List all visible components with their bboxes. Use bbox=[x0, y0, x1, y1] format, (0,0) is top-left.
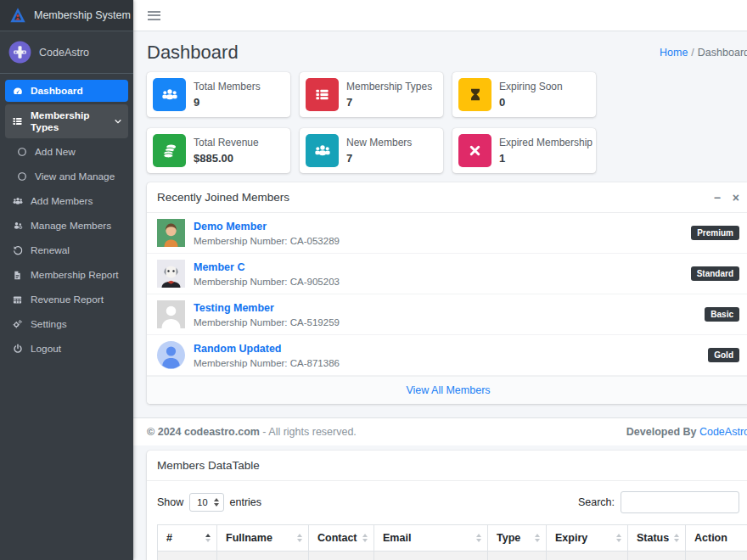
sidebar-item-settings[interactable]: Settings bbox=[5, 313, 128, 335]
cell-expiry: 2025-02-05 365 days remaining bbox=[547, 552, 628, 560]
member-list-item: Testing Member Membership Number: CA-519… bbox=[147, 294, 747, 335]
users-icon bbox=[153, 78, 186, 111]
column-header-expiry[interactable]: Expiry bbox=[547, 525, 628, 552]
recent-members-title: Recently Joined Members bbox=[157, 191, 289, 204]
sidebar-item-dashboard[interactable]: Dashboard bbox=[5, 80, 128, 102]
list-icon bbox=[306, 78, 339, 111]
member-name-link[interactable]: Demo Member bbox=[194, 221, 267, 232]
member-name-link[interactable]: Random Updated bbox=[194, 343, 281, 355]
column-header-action[interactable]: Action bbox=[686, 525, 747, 552]
table-row: CA-053289 Demo Member 7777777770 member@… bbox=[158, 552, 747, 560]
search-input[interactable] bbox=[621, 491, 739, 513]
sort-icon bbox=[362, 534, 368, 542]
sidebar-item-label: Add Members bbox=[31, 195, 93, 207]
sort-icon bbox=[616, 534, 621, 542]
topbar bbox=[133, 0, 747, 31]
developed-by-text: Developed By CodeAstro bbox=[626, 426, 747, 438]
sort-icon bbox=[674, 534, 679, 542]
member-list-item: Demo Member Membership Number: CA-053289… bbox=[147, 213, 747, 254]
sidebar-item-membership-types[interactable]: Membership Types bbox=[5, 104, 128, 138]
copyright-text: © 2024 codeastro.com - All rights reserv… bbox=[147, 426, 357, 438]
users-icon bbox=[11, 196, 24, 207]
sidebar-item-logout[interactable]: Logout bbox=[5, 338, 128, 360]
circle-icon bbox=[15, 171, 28, 182]
stat-label: Expiring Soon bbox=[499, 81, 563, 92]
table-icon bbox=[11, 294, 24, 305]
sort-icon bbox=[476, 534, 481, 542]
show-label: Show bbox=[157, 496, 183, 508]
stat-value: $885.00 bbox=[194, 152, 259, 165]
breadcrumb-current: Dashboard bbox=[698, 47, 747, 59]
column-header-status[interactable]: Status bbox=[628, 525, 686, 552]
hamburger-icon[interactable] bbox=[148, 11, 160, 20]
cell-fullname: Demo Member bbox=[217, 552, 309, 560]
recent-members-card: Recently Joined Members − × Demo Member … bbox=[147, 182, 747, 404]
sidebar-item-label: Manage Members bbox=[31, 220, 111, 232]
page-size-select[interactable]: 10 bbox=[189, 493, 223, 512]
breadcrumb-home-link[interactable]: Home bbox=[660, 47, 688, 59]
member-type-badge: Premium bbox=[691, 226, 739, 240]
members-datatable-card: Members DataTable Show 10 entries Search… bbox=[147, 451, 747, 560]
page-title: Dashboard bbox=[147, 42, 239, 64]
sidebar-item-add-new[interactable]: Add New bbox=[5, 141, 128, 163]
stat-value: 9 bbox=[194, 96, 261, 109]
minimize-icon[interactable]: − bbox=[714, 192, 721, 204]
sidebar-item-label: Add New bbox=[35, 146, 76, 158]
tachometer-icon bbox=[11, 86, 24, 97]
list-icon bbox=[11, 116, 24, 127]
entries-label: entries bbox=[230, 496, 262, 508]
stat-value: 7 bbox=[346, 152, 412, 165]
column-header-contact[interactable]: Contact bbox=[309, 525, 374, 552]
avatar bbox=[157, 219, 185, 247]
stat-label: New Members bbox=[346, 137, 412, 148]
page-length-control: Show 10 entries bbox=[157, 493, 261, 512]
user-panel[interactable]: CodeAstro bbox=[0, 31, 133, 74]
column-header-type[interactable]: Type bbox=[488, 525, 547, 552]
dpad-avatar-icon bbox=[8, 41, 31, 64]
member-name-link[interactable]: Member C bbox=[194, 261, 244, 273]
sidebar-item-revenue-report[interactable]: Revenue Report bbox=[5, 288, 128, 311]
avatar bbox=[157, 341, 185, 369]
column-header-email[interactable]: Email bbox=[374, 525, 488, 552]
x-mark-icon bbox=[458, 134, 491, 167]
member-type-badge: Gold bbox=[708, 348, 739, 362]
brand-link[interactable]: Membership System bbox=[0, 0, 133, 31]
column-header-fullname[interactable]: Fullname bbox=[217, 525, 309, 552]
datatable-title: Members DataTable bbox=[157, 459, 260, 472]
sidebar-nav: Dashboard Membership Types Add New View … bbox=[0, 74, 133, 368]
user-name: CodeAstro bbox=[39, 47, 89, 59]
view-all-members-link[interactable]: View All Members bbox=[406, 384, 490, 396]
sidebar-item-renewal[interactable]: Renewal bbox=[5, 239, 128, 261]
stat-label: Expired Membership bbox=[499, 137, 593, 148]
sidebar-item-membership-report[interactable]: Membership Report bbox=[5, 264, 128, 286]
close-icon[interactable]: × bbox=[733, 192, 739, 204]
search-control: Search: bbox=[578, 491, 739, 513]
stat-value: 0 bbox=[499, 96, 563, 109]
stat-value: 1 bbox=[499, 152, 593, 165]
cell-type: Premium bbox=[488, 552, 547, 560]
avatar bbox=[157, 260, 185, 288]
stat-card-total-members: Total Members 9 bbox=[147, 72, 290, 117]
brand-title: Membership System bbox=[34, 9, 131, 21]
users-icon bbox=[306, 134, 339, 167]
avatar bbox=[157, 300, 185, 328]
sidebar-item-view-and-manage[interactable]: View and Manage bbox=[5, 165, 128, 188]
member-type-badge: Basic bbox=[705, 307, 739, 322]
stat-cards: Total Members 9 Membership Types 7 Expir… bbox=[133, 70, 747, 173]
column-header-id[interactable]: # bbox=[158, 525, 217, 552]
stat-label: Total Revenue bbox=[194, 137, 259, 148]
sidebar-item-add-members[interactable]: Add Members bbox=[5, 190, 128, 212]
sort-icon bbox=[205, 534, 211, 542]
main-footer: © 2024 codeastro.com - All rights reserv… bbox=[133, 417, 747, 445]
cell-contact: 7777777770 bbox=[309, 552, 374, 560]
codeastro-link[interactable]: CodeAstro bbox=[699, 426, 747, 438]
circle-icon bbox=[15, 147, 28, 158]
main-content: Dashboard Home/Dashboard Total Members 9… bbox=[133, 31, 747, 560]
sidebar-item-label: Revenue Report bbox=[31, 294, 104, 305]
sidebar-item-manage-members[interactable]: Manage Members bbox=[5, 215, 128, 237]
member-name-link[interactable]: Testing Member bbox=[194, 302, 274, 314]
table-header-row: # Fullname Contact Email Type Expiry Sta… bbox=[158, 525, 747, 552]
sidebar-item-label: Logout bbox=[31, 343, 61, 355]
chevron-down-icon bbox=[114, 117, 122, 126]
stat-card-expiring-soon: Expiring Soon 0 bbox=[452, 72, 596, 117]
